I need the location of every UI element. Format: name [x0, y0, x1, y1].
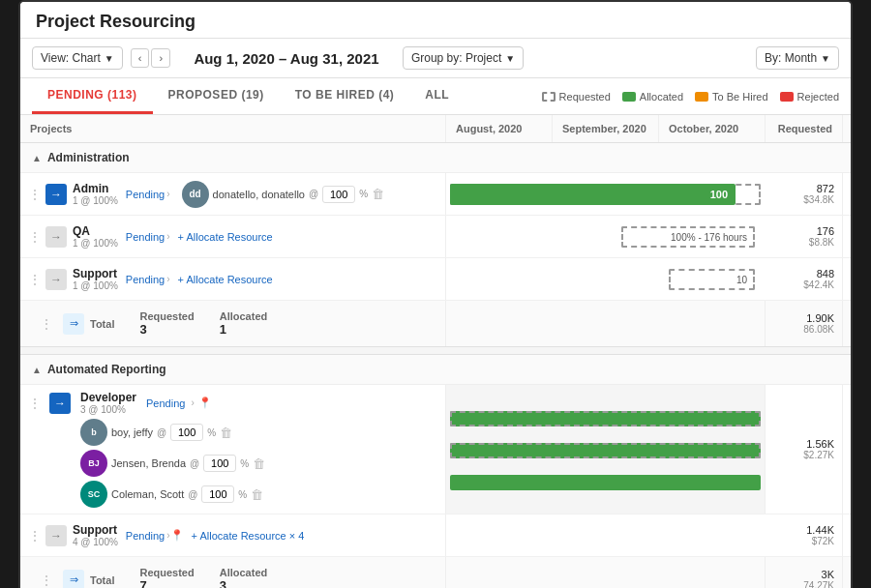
tab-proposed[interactable]: PROPOSED (19) [153, 78, 280, 114]
gantt-label: 100% - 176 hours [671, 231, 747, 242]
row-allocated-cell: 872 – [843, 173, 853, 215]
col-projects: Projects [20, 115, 446, 142]
add-resource-link[interactable]: + Allocate Resource [170, 227, 281, 247]
table-row: ⋮ → Developer 3 @ 100% Pending › 📍 b boy… [20, 385, 851, 514]
row-requested-cell: 872 $34.8K [766, 173, 843, 215]
legend-to-be-hired: To Be Hired [695, 91, 767, 103]
total-gantt-cell [446, 557, 766, 588]
status-arrow: › [191, 397, 194, 408]
drag-handle[interactable]: ⋮ [28, 187, 42, 202]
legend-tobehired-box [695, 92, 708, 102]
gantt-label: 10 [736, 274, 747, 284]
total-requested-val: 3K 74.27K [766, 557, 843, 588]
proj-info: Support 1 @ 100% [73, 267, 118, 291]
pct-input[interactable] [203, 455, 236, 472]
view-dropdown[interactable]: View: Chart ▼ [32, 46, 123, 70]
delete-resource-icon[interactable]: 🗑 [220, 426, 232, 440]
resource-row-1: b boy, jeffy @ % 🗑 [80, 419, 265, 446]
pin-icon: 📍 [198, 397, 212, 409]
column-headers: Projects August, 2020 September, 2020 Oc… [20, 115, 851, 143]
tab-all[interactable]: ALL [409, 78, 465, 114]
drag-handle[interactable]: ⋮ [28, 528, 42, 544]
drag-handle: ⋮ [40, 573, 53, 588]
row-project-cell: ⋮ → QA 1 @ 100% Pending › + Allocate Res… [20, 216, 446, 257]
total-row-administration: ⋮ ⇒ Total Requested 3 Allocated 1 [20, 301, 851, 347]
tab-pending[interactable]: PENDING (113) [32, 78, 153, 114]
avatar: SC [80, 481, 107, 508]
prev-btn[interactable]: ‹ [131, 48, 150, 68]
row-icon-arrow: → [45, 184, 67, 205]
section-administration[interactable]: ▲ Administration [20, 143, 851, 173]
avatar: b [80, 419, 107, 446]
status-badge[interactable]: Pending [126, 274, 165, 285]
gantt-bar-3 [450, 475, 761, 490]
group-by-arrow: ▼ [505, 53, 515, 64]
section-automated-reporting[interactable]: ▲ Automated Reporting [20, 355, 851, 385]
delete-resource-icon[interactable]: 🗑 [251, 487, 263, 502]
table-row: ⋮ → Support 1 @ 100% Pending › + Allocat… [20, 258, 851, 301]
delete-resource-icon[interactable]: 🗑 [372, 187, 384, 201]
total-icon: ⇒ [63, 570, 84, 589]
col-requested: Requested [766, 115, 843, 142]
gantt-green-bar [450, 184, 736, 205]
table-row: ⋮ → Admin 1 @ 100% Pending › dd donatell… [20, 173, 851, 216]
drag-handle[interactable]: ⋮ [28, 396, 42, 411]
proj-info: Support 4 @ 100% [73, 523, 118, 547]
gantt-dashed-1 [450, 411, 761, 426]
status-badge[interactable]: Pending [146, 397, 185, 409]
row-icon-arrow: → [45, 226, 67, 248]
by-month-dropdown[interactable]: By: Month ▼ [756, 46, 839, 70]
row-requested-cell: 176 $8.8K [766, 216, 843, 257]
app-title: Project Resourcing [36, 12, 835, 32]
group-by-dropdown[interactable]: Group by: Project ▼ [403, 46, 524, 70]
legend-allocated-box [622, 92, 636, 102]
avatar: BJ [80, 450, 107, 477]
drag-handle[interactable]: ⋮ [28, 272, 42, 287]
pct-input[interactable] [170, 424, 203, 441]
total-gantt-cell [446, 301, 766, 346]
proj-info: QA 1 @ 100% [73, 224, 118, 249]
row-project-cell: ⋮ → Developer 3 @ 100% Pending › 📍 b boy… [20, 385, 446, 514]
view-dropdown-arrow: ▼ [105, 53, 114, 64]
resource-list: b boy, jeffy @ % 🗑 BJ Jensen, Brenda @ %… [80, 419, 265, 508]
delete-resource-icon[interactable]: 🗑 [253, 456, 265, 471]
table-row: ⋮ → Support 4 @ 100% Pending › 📍 + Alloc… [20, 514, 851, 557]
drag-handle: ⋮ [40, 316, 53, 332]
gantt-label: 100 [710, 189, 728, 200]
section-chevron: ▲ [32, 153, 42, 163]
next-btn[interactable]: › [151, 48, 170, 68]
row-allocated-cell: 1.56K 2.27K [843, 385, 853, 514]
col-aug: August, 2020 [446, 115, 553, 142]
col-allocated: Allocated [843, 115, 853, 142]
pct-input[interactable] [322, 186, 355, 203]
by-month-arrow: ▼ [821, 53, 830, 64]
resource-cell: dd donatello, donatello @ % 🗑 [182, 181, 384, 208]
status-badge[interactable]: Pending [126, 530, 165, 542]
legend-requested: Requested [542, 91, 611, 103]
table-row: ⋮ → QA 1 @ 100% Pending › + Allocate Res… [20, 216, 851, 258]
tab-to-be-hired[interactable]: TO BE HIRED (4) [280, 78, 410, 114]
total-label-cell: ⋮ ⇒ Total Requested 3 Allocated 1 [20, 301, 446, 346]
status-arrow: › [166, 189, 169, 199]
status-badge[interactable]: Pending [126, 231, 165, 243]
pct-input[interactable] [201, 485, 234, 503]
legend-requested-box [542, 92, 556, 102]
total-label-cell: ⋮ ⇒ Total Requested 7 Allocated 3 [20, 557, 446, 588]
proj-info: Admin 1 @ 100% [73, 182, 118, 206]
proj-info: Developer 3 @ 100% [80, 391, 136, 415]
drag-handle[interactable]: ⋮ [28, 229, 42, 245]
row-project-cell: ⋮ → Support 4 @ 100% Pending › 📍 + Alloc… [20, 514, 446, 556]
row-allocated-cell: – [843, 514, 853, 556]
col-sep: September, 2020 [553, 115, 659, 142]
col-oct: October, 2020 [659, 115, 766, 142]
total-requested-val: 1.90K 86.08K [766, 301, 843, 346]
row-icon-arrow: → [49, 393, 71, 414]
row-requested-cell: 1.44K $72K [766, 514, 843, 556]
row-requested-cell: 1.56K $2.27K [766, 385, 843, 514]
status-badge[interactable]: Pending [126, 189, 165, 200]
add-resource-link[interactable]: + Allocate Resource × 4 [184, 526, 313, 545]
total-icon: ⇒ [63, 313, 84, 335]
add-resource-link[interactable]: + Allocate Resource [170, 270, 281, 289]
toolbar: View: Chart ▼ ‹ › Aug 1, 2020 – Aug 31, … [20, 39, 851, 78]
date-range: Aug 1, 2020 – Aug 31, 2021 [178, 50, 395, 67]
